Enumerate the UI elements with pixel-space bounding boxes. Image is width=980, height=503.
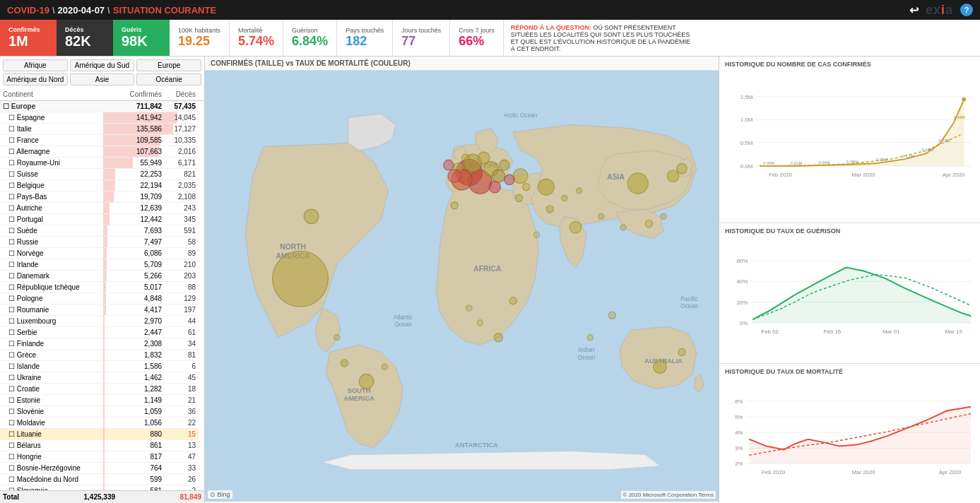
svg-point-46 (562, 195, 567, 201)
recovered-value: 98K (122, 33, 161, 49)
svg-text:2%: 2% (735, 461, 743, 467)
svg-point-51 (466, 305, 472, 311)
per100k-item: 100K habitants 19.25 (170, 20, 230, 56)
table-row[interactable]: ☐ Norvège 6,086 89 (0, 248, 204, 259)
data-table-container[interactable]: Continent Confirmés Décès ☐ Europe 711,8… (0, 88, 204, 490)
svg-text:Ocean: Ocean (578, 354, 596, 361)
svg-text:ASIA: ASIA (607, 173, 625, 181)
svg-point-45 (661, 213, 666, 219)
table-row[interactable]: ☐ Pays-Bas 19,709 2,108 (0, 191, 204, 203)
table-row[interactable]: ☐ République tchèque 5,017 88 (0, 282, 204, 293)
recovery-value: 6.84% (292, 34, 328, 49)
table-row[interactable]: ☐ Espagne 141,942 14,045 (0, 112, 204, 124)
svg-text:AFRICA: AFRICA (473, 265, 502, 273)
table-row[interactable]: ☐ Belgique 22,194 2,035 (0, 180, 204, 191)
continent-btn-océanie[interactable]: Océanie (136, 73, 201, 85)
table-row[interactable]: ☐ Hongrie 817 47 (0, 451, 204, 463)
table-row[interactable]: ☐ Allemagne 107,663 2,016 (0, 146, 204, 158)
growth7-value: 66% (459, 34, 495, 49)
table-row[interactable]: ☐ Russie 7,497 58 (0, 237, 204, 248)
continent-btn-amérique-du-sud[interactable]: Amérique du Sud (70, 59, 135, 71)
recovery-chart-svg: 60% 40% 20% 0% Feb 02 Feb 16 Mar 01 Mar … (725, 237, 974, 360)
description-box: RÉPOND À LA QUESTION: OÙ SONT PRÉSENTEME… (504, 20, 702, 56)
table-row[interactable]: ☐ Grèce 1,832 81 (0, 350, 204, 361)
sep1: \ (52, 5, 55, 16)
countries-item: Pays touchés 182 (337, 20, 393, 56)
mortality-chart-section: HISTORIQUE DU TAUX DE MORTALITÉ 6% 5% 4%… (719, 364, 980, 504)
table-row[interactable]: ☐ Macédoine du Nord 599 26 (0, 474, 204, 485)
growth7-item: Crois 7 jours 66% (450, 20, 504, 56)
svg-text:Arctic Ocean: Arctic Ocean (504, 112, 538, 119)
table-row[interactable]: ☐ Suède 7,693 591 (0, 225, 204, 237)
per100k-label: 100K habitants (178, 27, 220, 34)
svg-point-29 (627, 173, 648, 194)
table-row[interactable]: ☐ Royaume-Uni 55,949 6,171 (0, 158, 204, 169)
continent-btn-amérique-du-nord[interactable]: Amérique du Nord (3, 73, 68, 85)
table-row[interactable]: ☐ Portugal 12,442 345 (0, 214, 204, 225)
left-panel: AfriqueAmérique du SudEuropeAmérique du … (0, 57, 205, 503)
table-row[interactable]: ☐ Ukraine 1,462 45 (0, 372, 204, 384)
back-button[interactable]: ↩ (909, 4, 919, 17)
svg-text:0.09M: 0.09M (876, 158, 887, 162)
table-row[interactable]: ☐ Europe 711,842 57,435 (0, 101, 204, 112)
svg-text:AMERICA: AMERICA (343, 395, 374, 402)
table-row[interactable]: ☐ Italie 135,586 17,127 (0, 124, 204, 135)
table-row[interactable]: ☐ Suisse 22,253 821 (0, 169, 204, 180)
table-row[interactable]: ☐ Pologne 4,848 129 (0, 293, 204, 304)
header-right: ↩ exia ? (909, 3, 973, 18)
svg-text:Feb 2020: Feb 2020 (762, 468, 786, 475)
svg-point-48 (341, 360, 348, 367)
days-label: Jours touchés (401, 27, 441, 34)
svg-point-44 (645, 220, 652, 227)
continent-btn-europe[interactable]: Europe (136, 59, 201, 71)
col-continent: Continent (0, 88, 103, 101)
table-row[interactable]: ☐ Roumanie 4,417 197 (0, 304, 204, 316)
svg-text:Mar 2020: Mar 2020 (852, 172, 876, 178)
svg-point-27 (462, 154, 469, 161)
svg-text:0.08M: 0.08M (846, 160, 858, 164)
deaths-label: Décès (65, 26, 105, 33)
map-area[interactable]: NORTH AMERICA SOUTH AMERICA AFRICA EUROP… (205, 71, 719, 502)
svg-point-61 (444, 160, 454, 170)
svg-text:Apr 2020: Apr 2020 (943, 172, 965, 178)
table-row[interactable]: ☐ Autriche 12,639 243 (0, 203, 204, 214)
svg-text:Apr 2020: Apr 2020 (939, 468, 962, 475)
growth7-label: Crois 7 jours (459, 27, 495, 34)
table-row[interactable]: ☐ Lituanie 880 15 (0, 429, 204, 440)
confirmed-chart-svg: 1.5M 1.0M 0.5M 0.0M Feb 2020 Mar 2020 Ap… (725, 71, 974, 220)
days-item: Jours touchés 77 (393, 20, 450, 56)
table-row[interactable]: ☐ Estonie 1,149 21 (0, 395, 204, 406)
recovery-chart-title: HISTORIQUE DU TAUX DE GUÉRISON (725, 227, 974, 235)
table-row[interactable]: ☐ France 109,585 10,335 (0, 135, 204, 146)
footer-confirmed: 1,425,339 (84, 493, 116, 501)
bing-logo: ⊙ Bing (208, 490, 232, 499)
table-row[interactable]: ☐ Moldavie 1,056 22 (0, 418, 204, 429)
main-layout: AfriqueAmérique du SudEuropeAmérique du … (0, 57, 980, 503)
continent-btn-asie[interactable]: Asie (70, 73, 135, 85)
exia-logo: exia (926, 3, 953, 18)
table-row[interactable]: ☐ Slovaquie 581 2 (0, 485, 204, 491)
svg-point-42 (598, 213, 604, 219)
svg-point-54 (533, 232, 539, 237)
svg-text:Feb 16: Feb 16 (824, 329, 842, 335)
table-row[interactable]: ☐ Finlande 2,308 34 (0, 338, 204, 350)
help-button[interactable]: ? (960, 4, 973, 16)
svg-text:1.0M: 1.0M (740, 117, 752, 123)
table-row[interactable]: ☐ Bélarus 861 13 (0, 440, 204, 451)
svg-point-38 (515, 194, 522, 201)
table-row[interactable]: ☐ Croatie 1,282 18 (0, 384, 204, 395)
deaths-box: Décès 82K (57, 20, 113, 56)
table-row[interactable]: ☐ Luxembourg 2,970 44 (0, 316, 204, 327)
table-row[interactable]: ☐ Bosnie-Herzégovine 764 33 (0, 463, 204, 474)
table-row[interactable]: ☐ Slovénie 1,059 36 (0, 406, 204, 418)
continent-btn-afrique[interactable]: Afrique (3, 59, 68, 71)
svg-text:Atlantic: Atlantic (394, 314, 413, 321)
table-row[interactable]: ☐ Danemark 5,266 203 (0, 271, 204, 282)
mortality-chart-area: 6% 5% 4% 3% 2% Feb 2020 Mar 2020 Apr 202… (725, 378, 974, 501)
stats-bar: Confirmés 1M Décès 82K Guéris 98K 100K h… (0, 20, 980, 57)
table-row[interactable]: ☐ Irlande 5,709 210 (0, 259, 204, 271)
table-row[interactable]: ☐ Islande 1,586 6 (0, 361, 204, 372)
svg-point-55 (678, 348, 685, 355)
svg-text:0.72M: 0.72M (938, 138, 950, 143)
table-row[interactable]: ☐ Serbie 2,447 61 (0, 327, 204, 338)
